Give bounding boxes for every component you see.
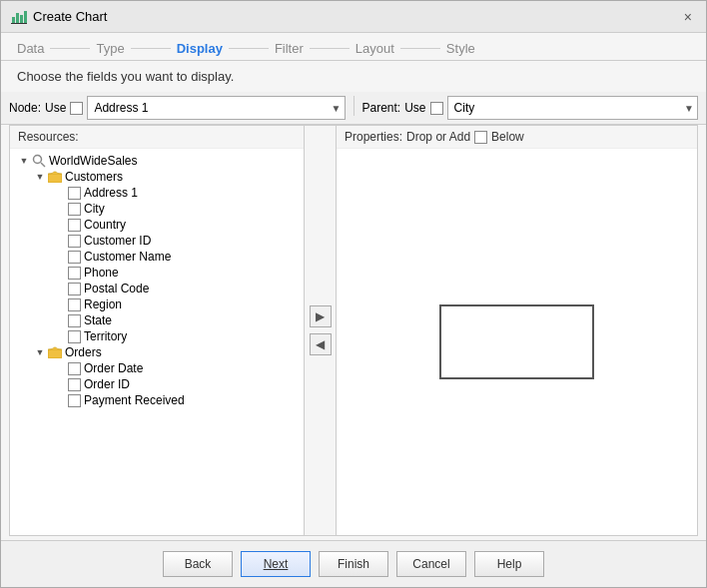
checkbox-orderid[interactable] (68, 378, 81, 391)
svg-rect-0 (12, 17, 15, 23)
tree-item-territory[interactable]: Territory (10, 328, 304, 344)
back-button[interactable]: Back (163, 551, 233, 577)
finish-label: Finish (338, 557, 369, 571)
orders-folder-icon (48, 346, 62, 358)
checkbox-phone[interactable] (68, 267, 81, 280)
tree-item-phone[interactable]: Phone (10, 265, 304, 281)
tab-style[interactable]: Style (446, 41, 475, 56)
node-section: Node: Use Address 1 ▼ (9, 96, 346, 120)
checkbox-city[interactable] (68, 203, 81, 216)
tree-item-postalcode[interactable]: Postal Code (10, 281, 304, 296)
tree-item-state[interactable]: State (10, 312, 304, 328)
tree-label-customerid: Customer ID (84, 234, 151, 248)
below-checkbox[interactable] (474, 131, 487, 144)
wizard-tabs: Data Type Display Filter Layout Style (1, 33, 706, 61)
tree-item-paymentreceived[interactable]: Payment Received (10, 392, 304, 408)
spacer-country-icon (54, 219, 66, 231)
tree-item-customername[interactable]: Customer Name (10, 249, 304, 265)
spacer-orderid-icon (54, 378, 66, 390)
spacer-territory-icon (54, 330, 66, 342)
checkbox-postalcode[interactable] (68, 283, 81, 295)
title-bar-left: Create Chart (11, 9, 107, 25)
back-label: Back (185, 557, 212, 571)
parent-use-label: Use (404, 101, 425, 115)
tree-label-territory: Territory (84, 329, 127, 343)
spacer-icon (54, 187, 66, 199)
parent-label: Parent: (362, 101, 401, 115)
checkbox-territory[interactable] (68, 330, 81, 343)
tab-layout[interactable]: Layout (355, 41, 394, 56)
tree-item-region[interactable]: Region (10, 296, 304, 312)
checkbox-region[interactable] (68, 298, 81, 311)
parent-select-wrapper: City ▼ (447, 96, 698, 120)
help-button[interactable]: Help (474, 551, 544, 577)
parent-select[interactable]: City (447, 96, 698, 120)
cancel-button[interactable]: Cancel (396, 551, 466, 577)
tree-item-customers[interactable]: ▼ Customers (10, 169, 304, 185)
add-right-button[interactable]: ▶ (310, 305, 332, 327)
spacer-state-icon (54, 314, 66, 326)
finish-button[interactable]: Finish (319, 551, 388, 577)
node-select[interactable]: Address 1 (87, 96, 345, 120)
next-button[interactable]: Next (241, 551, 311, 577)
spacer-region-icon (54, 298, 66, 310)
remove-left-button[interactable]: ◀ (310, 333, 332, 355)
tree-container[interactable]: ▼ WorldWideSales ▼ (10, 149, 304, 535)
svg-point-5 (34, 156, 42, 164)
tree-label-orderdate: Order Date (84, 361, 143, 375)
tab-divider-2 (131, 48, 171, 49)
tree-item-customerid[interactable]: Customer ID (10, 233, 304, 249)
checkbox-orderdate[interactable] (68, 362, 81, 375)
checkbox-address1[interactable] (68, 187, 81, 200)
tree-item-address1[interactable]: Address 1 (10, 185, 304, 201)
subtitle: Choose the fields you want to display. (1, 61, 706, 92)
tab-divider-3 (229, 48, 269, 49)
checkbox-customername[interactable] (68, 251, 81, 264)
close-button[interactable]: × (680, 8, 696, 26)
main-panels: Resources: ▼ WorldWideSales ▼ (9, 125, 698, 536)
svg-rect-1 (16, 13, 19, 23)
tree-item-orderid[interactable]: Order ID (10, 376, 304, 392)
checkbox-country[interactable] (68, 219, 81, 232)
middle-arrows: ▶ ◀ (305, 126, 337, 535)
below-label: Below (491, 130, 524, 144)
spacer-orderdate-icon (54, 362, 66, 374)
node-parent-divider (354, 96, 354, 116)
tree-label-orderid: Order ID (84, 377, 130, 391)
checkbox-paymentreceived[interactable] (68, 394, 81, 407)
tab-divider-1 (50, 48, 90, 49)
tree-label-city: City (84, 202, 105, 216)
svg-rect-3 (24, 11, 27, 23)
tab-filter[interactable]: Filter (275, 41, 304, 56)
properties-content (337, 149, 697, 535)
tree-label-postalcode: Postal Code (84, 282, 149, 295)
tree-label-orders: Orders (65, 345, 102, 359)
tab-type[interactable]: Type (96, 41, 124, 56)
node-use-checkbox[interactable] (70, 102, 83, 115)
tree-label-region: Region (84, 297, 122, 311)
create-chart-dialog: Create Chart × Data Type Display Filter … (0, 0, 707, 588)
tab-data[interactable]: Data (17, 41, 44, 56)
tree-item-city[interactable]: City (10, 201, 304, 217)
svg-rect-2 (20, 15, 23, 23)
tree-item-country[interactable]: Country (10, 217, 304, 233)
title-bar: Create Chart × (1, 1, 706, 33)
tree-label-worldwidesales: WorldWideSales (49, 154, 137, 168)
checkbox-state[interactable] (68, 314, 81, 327)
svg-rect-8 (48, 349, 62, 358)
properties-label: Properties: (345, 130, 402, 144)
cancel-label: Cancel (412, 557, 449, 571)
checkbox-customerid[interactable] (68, 235, 81, 248)
tab-display[interactable]: Display (177, 41, 223, 56)
expand-orders-icon: ▼ (34, 346, 46, 358)
resources-label: Resources: (10, 126, 304, 149)
tree-item-orderdate[interactable]: Order Date (10, 360, 304, 376)
tree-item-worldwidesales[interactable]: ▼ WorldWideSales (10, 153, 304, 169)
properties-bar: Properties: Drop or Add Below (337, 126, 697, 149)
tree-item-orders[interactable]: ▼ Orders (10, 344, 304, 360)
parent-use-checkbox[interactable] (430, 102, 443, 115)
spacer-customername-icon (54, 251, 66, 263)
left-panel: Resources: ▼ WorldWideSales ▼ (10, 126, 305, 535)
spacer-phone-icon (54, 267, 66, 279)
tree-label-customers: Customers (65, 170, 123, 184)
